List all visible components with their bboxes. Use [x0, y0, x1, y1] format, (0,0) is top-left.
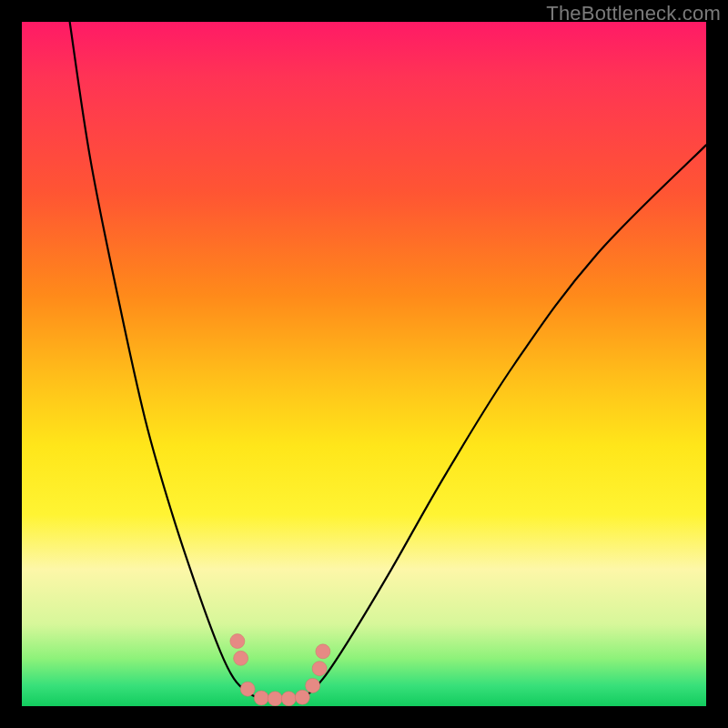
marker-point	[240, 682, 255, 696]
marker-point	[268, 692, 282, 706]
marker-point	[230, 634, 245, 649]
right-curve	[302, 145, 706, 699]
plot-area	[22, 22, 706, 706]
marker-point	[234, 651, 248, 665]
left-curve	[70, 22, 262, 699]
marker-point	[281, 692, 296, 706]
marker-group	[230, 634, 330, 706]
outer-frame: TheBottleneck.com	[0, 0, 728, 728]
marker-point	[254, 691, 268, 705]
chart-svg	[22, 22, 706, 706]
marker-point	[295, 690, 309, 704]
marker-point	[306, 678, 320, 693]
marker-point	[316, 644, 330, 659]
marker-point	[312, 662, 327, 676]
